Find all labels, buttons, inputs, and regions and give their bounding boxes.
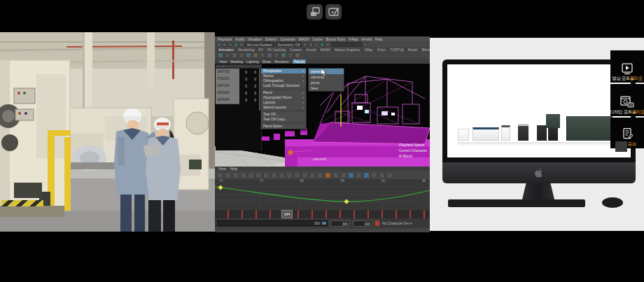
- range-slider[interactable]: 300: [217, 220, 328, 226]
- menu-item-hypergraph-panel[interactable]: Hypergraph Panel›: [261, 95, 306, 100]
- search-input[interactable]: [331, 42, 362, 47]
- menu-item-orthographic[interactable]: Orthographic›: [261, 78, 306, 83]
- select-tool-icon[interactable]: [217, 43, 221, 47]
- table-row[interactable]: 1667735 0 0: [216, 69, 261, 76]
- ge-lattice-deform-icon[interactable]: [232, 172, 239, 178]
- live-surface-field[interactable]: No Live Surface: [245, 42, 274, 47]
- menu-arnold[interactable]: Arnold: [362, 37, 372, 41]
- menu-item-perspective[interactable]: Perspective›: [261, 69, 306, 73]
- constraint-icon[interactable]: [246, 52, 251, 58]
- ge-value-snap-icon[interactable]: [348, 172, 354, 178]
- ge-plateau-tangent-icon[interactable]: [279, 172, 285, 178]
- animation-end-field[interactable]: 300: [353, 220, 372, 227]
- menu-deform[interactable]: Deform: [265, 37, 276, 41]
- current-frame-indicator[interactable]: 144: [281, 210, 293, 218]
- ge-move-keys-icon[interactable]: [217, 172, 223, 178]
- picture-in-picture-button[interactable]: [307, 4, 323, 20]
- table-row[interactable]: 3792033 0 0: [216, 76, 261, 83]
- menu-item-saved-layouts[interactable]: Saved Layouts›: [261, 105, 306, 110]
- move-tool-icon[interactable]: [234, 43, 238, 47]
- range-slider-handle[interactable]: [322, 222, 326, 225]
- joint-tool-icon[interactable]: [267, 52, 272, 58]
- ge-flat-tangent-icon[interactable]: [263, 172, 270, 178]
- menu-item-tear-off[interactable]: Tear Off...: [261, 112, 306, 117]
- menu-item-panel[interactable]: Panel›: [261, 90, 306, 95]
- submenu-item-persp[interactable]: persp: [309, 80, 344, 85]
- snap-grid-icon[interactable]: [303, 43, 307, 47]
- playblast-icon[interactable]: [239, 52, 244, 58]
- menu-bonus-tools[interactable]: Bonus Tools: [326, 37, 345, 41]
- menu-vray[interactable]: V-Ray: [349, 37, 358, 41]
- ge-linear-tangent-icon[interactable]: [255, 172, 262, 178]
- paint-select-icon[interactable]: [228, 43, 232, 47]
- table-row[interactable]: 2682008 0 0: [216, 90, 261, 97]
- set-key-icon[interactable]: [218, 52, 223, 58]
- menu-item-tear-off-copy[interactable]: Tear Off Copy...: [261, 117, 306, 122]
- video-edit-button[interactable]: [326, 4, 342, 20]
- table-filter-icon[interactable]: [217, 65, 220, 68]
- cluster-icon[interactable]: [253, 52, 258, 58]
- time-slider[interactable]: 144: [215, 210, 430, 218]
- table-key-icon[interactable]: [221, 65, 224, 68]
- menu-item-panel-editor[interactable]: Panel Editor...: [261, 124, 306, 129]
- panel-menu-panels[interactable]: Panels: [293, 59, 306, 64]
- wrap-deformer-icon[interactable]: [295, 52, 300, 58]
- panel-menu-view[interactable]: View: [219, 59, 227, 64]
- rotate-tool-icon[interactable]: [239, 43, 244, 47]
- ge-auto-load-icon[interactable]: [332, 172, 339, 178]
- set-key-icon[interactable]: [375, 220, 379, 226]
- ge-lock-tangent-icon[interactable]: [325, 172, 331, 178]
- ge-step-tangent-icon[interactable]: [271, 172, 277, 178]
- ge-buffer-snapshot-icon[interactable]: [286, 172, 293, 178]
- submenu-item-new[interactable]: New: [309, 85, 344, 91]
- menu-item-stereo[interactable]: Stereo›: [261, 73, 306, 78]
- sidebar-item-design-portfolio[interactable]: 디자인 포트폴리오: [610, 84, 644, 116]
- snap-point-icon[interactable]: [314, 43, 318, 47]
- symmetry-dropdown[interactable]: Symmetry: Off: [276, 42, 302, 47]
- ge-normalized-view-icon[interactable]: [371, 172, 377, 178]
- table-row[interactable]: 1667300 0 0: [216, 83, 261, 90]
- sidebar-scroll-handle[interactable]: [615, 141, 627, 152]
- menu-item-layouts[interactable]: Layouts›: [261, 100, 306, 105]
- ge-insert-keys-icon[interactable]: [225, 172, 231, 178]
- render-icon[interactable]: [320, 43, 324, 47]
- menu-audio[interactable]: Audio: [235, 37, 244, 41]
- ge-absolute-view-icon[interactable]: [356, 172, 362, 178]
- ge-time-snap-icon[interactable]: [340, 172, 346, 178]
- panel-menu-lighting[interactable]: Lighting: [246, 59, 259, 64]
- ge-pre-infinity-icon[interactable]: [379, 172, 385, 178]
- menu-help[interactable]: Help: [375, 37, 382, 41]
- component-table-panel[interactable]: 1667735 0 0 3792033 0 0 1667300 0 0 2682…: [216, 64, 262, 150]
- menu-visualize[interactable]: Visualize: [248, 37, 262, 41]
- ge-unify-tangents-icon[interactable]: [309, 172, 316, 178]
- menu-mash[interactable]: MASH: [299, 37, 309, 41]
- menu-playback[interactable]: Playback: [218, 37, 232, 41]
- motion-path-icon[interactable]: [232, 52, 237, 58]
- menu-constrain[interactable]: Constrain: [280, 37, 295, 41]
- ge-spline-tangent-icon[interactable]: [240, 172, 246, 178]
- menu-cache[interactable]: Cache: [312, 37, 322, 41]
- ge-break-tangents-icon[interactable]: [302, 172, 308, 178]
- panel-menu-renderer[interactable]: Renderer: [274, 59, 289, 64]
- lasso-tool-icon[interactable]: [223, 43, 227, 47]
- skin-bind-icon[interactable]: [274, 52, 279, 58]
- anim-curve-icon[interactable]: [225, 52, 230, 58]
- snap-curve-icon[interactable]: [309, 43, 313, 47]
- sidebar-item-video-portfolio[interactable]: 영상 포트폴리오: [610, 50, 644, 83]
- ge-swap-buffer-icon[interactable]: [294, 172, 300, 178]
- blend-shape-icon[interactable]: [281, 52, 286, 58]
- ge-clamped-tangent-icon[interactable]: [248, 172, 254, 178]
- character-set-dropdown[interactable]: No Character Set ▾: [382, 221, 412, 225]
- ge-free-tangent-icon[interactable]: [317, 172, 323, 178]
- playback-end-field[interactable]: 300: [330, 220, 350, 227]
- graph-editor-curve-area[interactable]: 70 75 80 85 90 95: [215, 179, 430, 210]
- ipr-render-icon[interactable]: [326, 43, 330, 47]
- menu-item-look-through-selected[interactable]: Look Through Selected: [261, 83, 306, 88]
- lattice-icon[interactable]: [288, 52, 293, 58]
- panel-menu-shading[interactable]: Shading: [230, 59, 243, 64]
- panel-menu-show[interactable]: Show: [262, 59, 272, 64]
- ik-handle-icon[interactable]: [260, 52, 265, 58]
- table-row[interactable]: 2654045 0 0: [216, 97, 261, 104]
- sidebar-toggle-icon[interactable]: [363, 43, 368, 47]
- ge-post-infinity-icon[interactable]: [386, 172, 393, 178]
